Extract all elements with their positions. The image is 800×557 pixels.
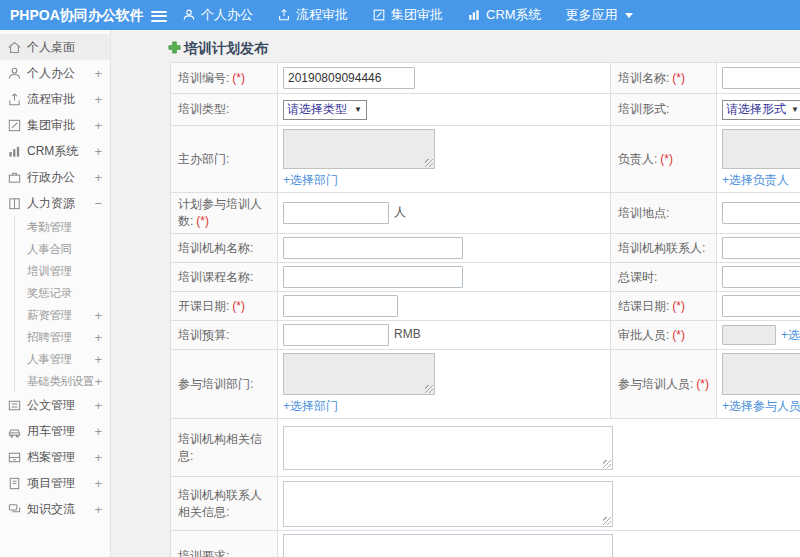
select-department-link[interactable]: +选择部门: [283, 172, 338, 189]
row-hostdept-leader: 主办部门: +选择部门 负责人:(*) +选择负责人: [171, 126, 800, 193]
sidebar-item-vehicles[interactable]: 用车管理 +: [0, 418, 110, 444]
sidebar-item-salary[interactable]: 薪资管理 +: [15, 304, 110, 326]
home-icon: [7, 40, 22, 55]
sidebar-item-documents[interactable]: 公文管理 +: [0, 392, 110, 418]
row-count-location: 计划参与培训人数:(*) 人 培训地点:: [171, 193, 800, 234]
nav-more-apps[interactable]: 更多应用: [566, 6, 633, 24]
top-nav: 个人办公 流程审批 集团审批 CRM系统 更多应用: [182, 0, 633, 30]
planned-count-input[interactable]: [283, 202, 389, 224]
person-icon: [7, 66, 22, 81]
org-contact-info-textarea[interactable]: [283, 481, 613, 527]
caret-down-icon: [625, 13, 633, 18]
sidebar-item-hr-contract[interactable]: 人事合同: [15, 238, 110, 260]
sidebar-item-personnel[interactable]: 人事管理 +: [15, 348, 110, 370]
sidebar-item-personal-office[interactable]: 个人办公 +: [0, 60, 110, 86]
nav-crm-system[interactable]: CRM系统: [467, 6, 542, 24]
budget-input[interactable]: [283, 324, 389, 346]
location-input[interactable]: [722, 202, 800, 224]
org-info-textarea[interactable]: [283, 426, 613, 470]
row-joindepts-joinpeople: 参与培训部门: +选择部门 参与培训人员:(*) +选择参与人员: [171, 350, 800, 419]
bar-chart-icon: [7, 144, 22, 159]
sidebar-item-admin-office[interactable]: 行政办公 +: [0, 164, 110, 190]
nav-workflow-approval[interactable]: 流程审批: [277, 6, 348, 24]
sidebar: 个人桌面 个人办公 + 流程审批 + 集团审批 + CRM系统 + 行政办公 +…: [0, 30, 111, 557]
row-code-name: 培训编号:(*) 培训名称:(*): [171, 63, 800, 94]
briefcase-icon: [7, 170, 22, 185]
main-content: 培训计划发布 培训编号:(*) 培训名称:(*) 培训类型: 请选择类型▼ 培训…: [112, 30, 800, 557]
chat-bubbles-icon: [7, 502, 22, 517]
select-participants-link[interactable]: +选择参与人员: [722, 398, 800, 415]
sidebar-item-crm[interactable]: CRM系统 +: [0, 138, 110, 164]
app-logo: PHPOA协同办公软件: [10, 0, 144, 30]
training-mode-select[interactable]: 请选择形式▼: [722, 100, 800, 120]
end-date-input[interactable]: [722, 295, 800, 317]
edit-square-icon: [7, 118, 22, 133]
training-type-select[interactable]: 请选择类型▼: [283, 100, 367, 120]
select-approver-link[interactable]: +选择审批人员: [781, 327, 800, 344]
add-plus-icon: [168, 40, 181, 58]
row-course-hours: 培训课程名称: 总课时:: [171, 263, 800, 292]
sidebar-item-hr[interactable]: 人力资源 −: [0, 190, 110, 216]
join-people-box[interactable]: [722, 353, 800, 395]
sidebar-item-projects[interactable]: 项目管理 +: [0, 470, 110, 496]
start-date-input[interactable]: [283, 295, 398, 317]
row-org-info: 培训机构相关信息:: [171, 419, 800, 477]
row-requirements: 培训要求:: [171, 531, 800, 557]
approver-box[interactable]: [722, 325, 776, 345]
select-arrow-icon: ▼: [354, 105, 362, 114]
training-plan-form: 培训编号:(*) 培训名称:(*) 培训类型: 请选择类型▼ 培训形式: 请选择…: [170, 62, 800, 557]
nav-personal-office[interactable]: 个人办公: [182, 6, 253, 24]
row-orgname-orgcontact: 培训机构名称: 培训机构联系人:: [171, 234, 800, 263]
sidebar-item-archives[interactable]: 档案管理 +: [0, 444, 110, 470]
row-type-mode: 培训类型: 请选择类型▼ 培训形式: 请选择形式▼: [171, 94, 800, 126]
training-code-input[interactable]: [283, 67, 415, 89]
edit-square-icon: [372, 8, 386, 22]
select-arrow-icon: ▼: [791, 105, 799, 114]
row-org-contact-info: 培训机构联系人相关信息:: [171, 477, 800, 531]
org-contact-input[interactable]: [722, 237, 800, 259]
open-book-icon: [7, 196, 22, 211]
top-header: PHPOA协同办公软件 个人办公 流程审批 集团审批 CRM系统 更多应用: [0, 0, 800, 30]
select-department-link[interactable]: +选择部门: [283, 398, 338, 415]
select-leader-link[interactable]: +选择负责人: [722, 172, 789, 189]
sidebar-item-knowledge[interactable]: 知识交流 +: [0, 496, 110, 522]
sidebar-item-workflow-approval[interactable]: 流程审批 +: [0, 86, 110, 112]
sidebar-item-training-mgmt[interactable]: 培训管理: [15, 260, 110, 282]
upload-icon: [277, 8, 291, 22]
org-name-input[interactable]: [283, 237, 463, 259]
sidebar-hr-children: 考勤管理 人事合同 培训管理 奖惩记录 薪资管理 + 招聘管理 + 人事管理 +…: [14, 216, 110, 392]
bar-chart-icon: [467, 8, 481, 22]
menu-toggle-icon[interactable]: [151, 8, 167, 22]
sidebar-item-base-categories[interactable]: 基础类别设置 +: [15, 370, 110, 392]
requirements-textarea[interactable]: [283, 534, 613, 557]
host-department-box[interactable]: [283, 129, 435, 169]
sidebar-item-group-approval[interactable]: 集团审批 +: [0, 112, 110, 138]
car-icon: [7, 424, 22, 439]
leader-box[interactable]: [722, 129, 800, 169]
sidebar-item-personal-desktop[interactable]: 个人桌面: [0, 34, 110, 60]
sidebar-item-rewards[interactable]: 奖惩记录: [15, 282, 110, 304]
archive-icon: [7, 450, 22, 465]
page-title: 培训计划发布: [168, 40, 268, 58]
person-icon: [182, 8, 196, 22]
sidebar-item-attendance[interactable]: 考勤管理: [15, 216, 110, 238]
join-departments-box[interactable]: [283, 353, 435, 395]
sidebar-item-recruiting[interactable]: 招聘管理 +: [15, 326, 110, 348]
upload-icon: [7, 92, 22, 107]
nav-group-approval[interactable]: 集团审批: [372, 6, 443, 24]
course-name-input[interactable]: [283, 266, 463, 288]
row-budget-approver: 培训预算: RMB 审批人员:(*) +选择审批人员: [171, 321, 800, 350]
journal-icon: [7, 476, 22, 491]
row-dates: 开课日期:(*) 结课日期:(*): [171, 292, 800, 321]
document-icon: [7, 398, 22, 413]
training-name-input[interactable]: [722, 67, 800, 89]
total-hours-input[interactable]: [722, 266, 800, 288]
